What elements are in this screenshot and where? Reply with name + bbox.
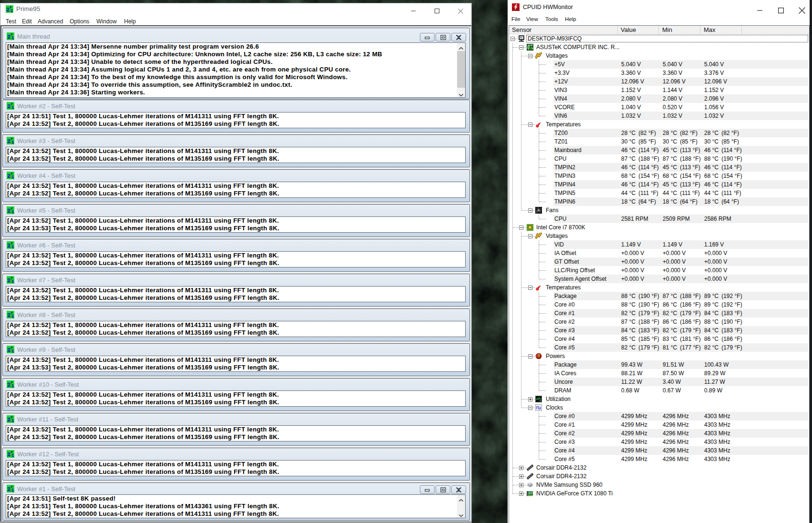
svg-text:2: 2 bbox=[7, 103, 10, 109]
svg-text:2: 2 bbox=[7, 486, 10, 492]
svg-text:1: 1 bbox=[10, 8, 13, 13]
svg-text:1: 1 bbox=[11, 488, 14, 492]
svg-text:1: 1 bbox=[11, 453, 14, 458]
svg-text:2: 2 bbox=[7, 34, 10, 40]
svg-text:1: 1 bbox=[11, 314, 14, 318]
svg-text:1: 1 bbox=[11, 279, 14, 284]
svg-text:2: 2 bbox=[7, 451, 10, 457]
svg-text:2: 2 bbox=[7, 173, 10, 179]
svg-text:1: 1 bbox=[11, 35, 14, 40]
svg-text:1: 1 bbox=[11, 105, 14, 110]
svg-text:1: 1 bbox=[11, 140, 14, 144]
svg-text:2: 2 bbox=[6, 7, 9, 12]
svg-text:2: 2 bbox=[7, 138, 10, 144]
svg-text:2: 2 bbox=[7, 347, 10, 353]
svg-text:2: 2 bbox=[7, 208, 10, 214]
svg-text:1: 1 bbox=[11, 244, 14, 249]
svg-text:2: 2 bbox=[7, 417, 10, 422]
svg-text:2: 2 bbox=[7, 243, 10, 248]
svg-text:1: 1 bbox=[11, 349, 14, 353]
svg-text:1: 1 bbox=[11, 418, 14, 423]
svg-text:2: 2 bbox=[7, 382, 10, 388]
svg-text:2: 2 bbox=[7, 277, 10, 283]
svg-text:1: 1 bbox=[11, 383, 14, 388]
svg-text:2: 2 bbox=[7, 312, 10, 318]
svg-text:1: 1 bbox=[11, 174, 14, 179]
svg-text:1: 1 bbox=[11, 209, 14, 214]
